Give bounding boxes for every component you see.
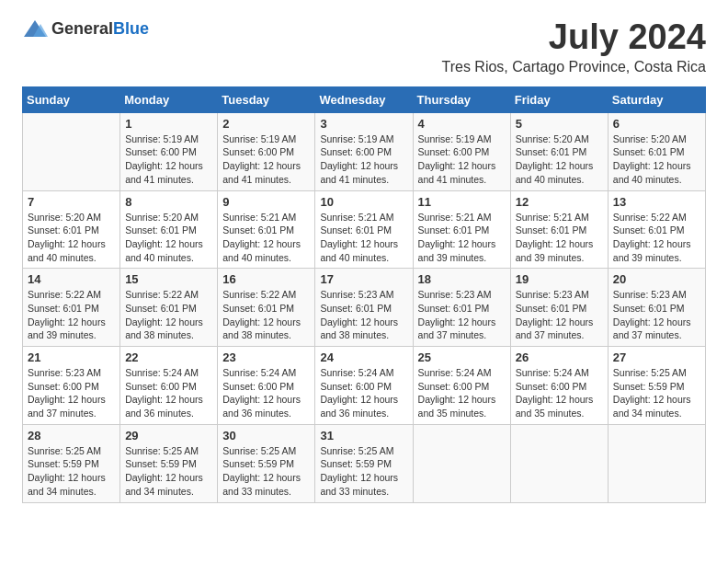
calendar-cell: 26Sunrise: 5:24 AMSunset: 6:00 PMDayligh… [510,347,608,425]
cell-content: Sunrise: 5:22 AMSunset: 6:01 PMDaylight:… [613,211,700,265]
calendar-cell: 12Sunrise: 5:21 AMSunset: 6:01 PMDayligh… [510,190,608,269]
day-number: 12 [516,195,603,209]
cell-content: Sunrise: 5:25 AMSunset: 5:59 PMDaylight:… [125,444,212,499]
calendar-cell: 30Sunrise: 5:25 AMSunset: 5:59 PMDayligh… [218,424,315,502]
calendar-week-1: 1Sunrise: 5:19 AMSunset: 6:00 PMDaylight… [23,112,706,190]
calendar-cell: 16Sunrise: 5:22 AMSunset: 6:01 PMDayligh… [218,269,315,347]
header-saturday: Saturday [608,86,705,112]
cell-content: Sunrise: 5:25 AMSunset: 5:59 PMDaylight:… [613,366,700,420]
cell-content: Sunrise: 5:22 AMSunset: 6:01 PMDaylight:… [222,288,310,342]
cell-content: Sunrise: 5:20 AMSunset: 6:01 PMDaylight:… [28,211,115,265]
day-number: 21 [28,350,115,364]
calendar-cell: 11Sunrise: 5:21 AMSunset: 6:01 PMDayligh… [413,190,510,269]
calendar-cell: 22Sunrise: 5:24 AMSunset: 6:00 PMDayligh… [120,347,218,425]
day-number: 16 [222,272,310,286]
logo-icon [22,18,48,39]
calendar-cell: 2Sunrise: 5:19 AMSunset: 6:00 PMDaylight… [218,112,315,190]
day-number: 15 [125,272,212,286]
cell-content: Sunrise: 5:21 AMSunset: 6:01 PMDaylight:… [418,211,506,265]
day-number: 4 [418,117,506,131]
calendar-cell: 13Sunrise: 5:22 AMSunset: 6:01 PMDayligh… [608,190,705,269]
day-number: 1 [125,117,212,131]
calendar-cell: 3Sunrise: 5:19 AMSunset: 6:00 PMDaylight… [315,112,413,190]
day-number: 18 [418,272,506,286]
cell-content: Sunrise: 5:19 AMSunset: 6:00 PMDaylight:… [418,132,506,187]
header-sunday: Sunday [23,86,120,112]
cell-content: Sunrise: 5:25 AMSunset: 5:59 PMDaylight:… [28,444,115,499]
calendar-cell: 7Sunrise: 5:20 AMSunset: 6:01 PMDaylight… [23,190,120,269]
calendar-cell: 28Sunrise: 5:25 AMSunset: 5:59 PMDayligh… [23,424,120,502]
calendar-week-4: 21Sunrise: 5:23 AMSunset: 6:00 PMDayligh… [23,347,706,425]
cell-content: Sunrise: 5:24 AMSunset: 6:00 PMDaylight:… [516,366,603,420]
cell-content: Sunrise: 5:21 AMSunset: 6:01 PMDaylight:… [516,211,603,265]
logo-text: GeneralBlue [51,19,149,39]
logo: GeneralBlue [22,18,149,39]
day-number: 20 [613,272,700,286]
cell-content: Sunrise: 5:19 AMSunset: 6:00 PMDaylight:… [222,132,310,187]
calendar-cell: 1Sunrise: 5:19 AMSunset: 6:00 PMDaylight… [120,112,218,190]
cell-content: Sunrise: 5:23 AMSunset: 6:00 PMDaylight:… [28,366,115,420]
header-thursday: Thursday [413,86,510,112]
cell-content: Sunrise: 5:25 AMSunset: 5:59 PMDaylight:… [222,444,310,499]
cell-content: Sunrise: 5:19 AMSunset: 6:00 PMDaylight:… [320,132,407,187]
day-number: 13 [613,195,700,209]
day-number: 6 [613,117,700,131]
calendar-cell: 25Sunrise: 5:24 AMSunset: 6:00 PMDayligh… [413,347,510,425]
calendar-cell: 4Sunrise: 5:19 AMSunset: 6:00 PMDaylight… [413,112,510,190]
calendar-week-3: 14Sunrise: 5:22 AMSunset: 6:01 PMDayligh… [23,269,706,347]
calendar-cell: 9Sunrise: 5:21 AMSunset: 6:01 PMDaylight… [218,190,315,269]
page-header: GeneralBlue July 2024 Tres Rios, Cartago… [22,18,706,75]
calendar-cell: 10Sunrise: 5:21 AMSunset: 6:01 PMDayligh… [315,190,413,269]
cell-content: Sunrise: 5:20 AMSunset: 6:01 PMDaylight:… [613,132,700,187]
logo-general: General [51,19,113,38]
calendar-cell: 20Sunrise: 5:23 AMSunset: 6:01 PMDayligh… [608,269,705,347]
month-title: July 2024 [441,18,706,57]
calendar-cell: 15Sunrise: 5:22 AMSunset: 6:01 PMDayligh… [120,269,218,347]
day-number: 31 [320,429,407,442]
cell-content: Sunrise: 5:21 AMSunset: 6:01 PMDaylight:… [320,211,407,265]
day-number: 11 [418,195,506,209]
header-friday: Friday [510,86,608,112]
day-number: 28 [28,429,115,442]
calendar-cell [23,112,120,190]
calendar-cell [510,424,608,502]
cell-content: Sunrise: 5:23 AMSunset: 6:01 PMDaylight:… [516,288,603,342]
day-number: 9 [222,195,310,209]
day-number: 14 [28,272,115,286]
cell-content: Sunrise: 5:24 AMSunset: 6:00 PMDaylight:… [320,366,407,420]
logo-blue: Blue [113,19,149,38]
cell-content: Sunrise: 5:24 AMSunset: 6:00 PMDaylight:… [418,366,506,420]
day-number: 23 [222,350,310,364]
calendar-cell: 17Sunrise: 5:23 AMSunset: 6:01 PMDayligh… [315,269,413,347]
calendar-week-2: 7Sunrise: 5:20 AMSunset: 6:01 PMDaylight… [23,190,706,269]
calendar-cell: 23Sunrise: 5:24 AMSunset: 6:00 PMDayligh… [218,347,315,425]
cell-content: Sunrise: 5:24 AMSunset: 6:00 PMDaylight:… [125,366,212,420]
cell-content: Sunrise: 5:23 AMSunset: 6:01 PMDaylight:… [320,288,407,342]
calendar-cell: 27Sunrise: 5:25 AMSunset: 5:59 PMDayligh… [608,347,705,425]
day-number: 7 [28,195,115,209]
calendar-cell [413,424,510,502]
header-wednesday: Wednesday [315,86,413,112]
calendar-header-row: SundayMondayTuesdayWednesdayThursdayFrid… [23,86,706,112]
day-number: 8 [125,195,212,209]
day-number: 17 [320,272,407,286]
day-number: 19 [516,272,603,286]
day-number: 25 [418,350,506,364]
cell-content: Sunrise: 5:19 AMSunset: 6:00 PMDaylight:… [125,132,212,187]
calendar-cell: 14Sunrise: 5:22 AMSunset: 6:01 PMDayligh… [23,269,120,347]
calendar-cell: 19Sunrise: 5:23 AMSunset: 6:01 PMDayligh… [510,269,608,347]
calendar-cell: 6Sunrise: 5:20 AMSunset: 6:01 PMDaylight… [608,112,705,190]
cell-content: Sunrise: 5:20 AMSunset: 6:01 PMDaylight:… [516,132,603,187]
calendar-cell: 31Sunrise: 5:25 AMSunset: 5:59 PMDayligh… [315,424,413,502]
day-number: 22 [125,350,212,364]
day-number: 29 [125,429,212,442]
calendar-cell [608,424,705,502]
calendar-cell: 24Sunrise: 5:24 AMSunset: 6:00 PMDayligh… [315,347,413,425]
cell-content: Sunrise: 5:25 AMSunset: 5:59 PMDaylight:… [320,444,407,499]
day-number: 10 [320,195,407,209]
cell-content: Sunrise: 5:24 AMSunset: 6:00 PMDaylight:… [222,366,310,420]
calendar-cell: 5Sunrise: 5:20 AMSunset: 6:01 PMDaylight… [510,112,608,190]
cell-content: Sunrise: 5:23 AMSunset: 6:01 PMDaylight:… [613,288,700,342]
header-monday: Monday [120,86,218,112]
day-number: 26 [516,350,603,364]
